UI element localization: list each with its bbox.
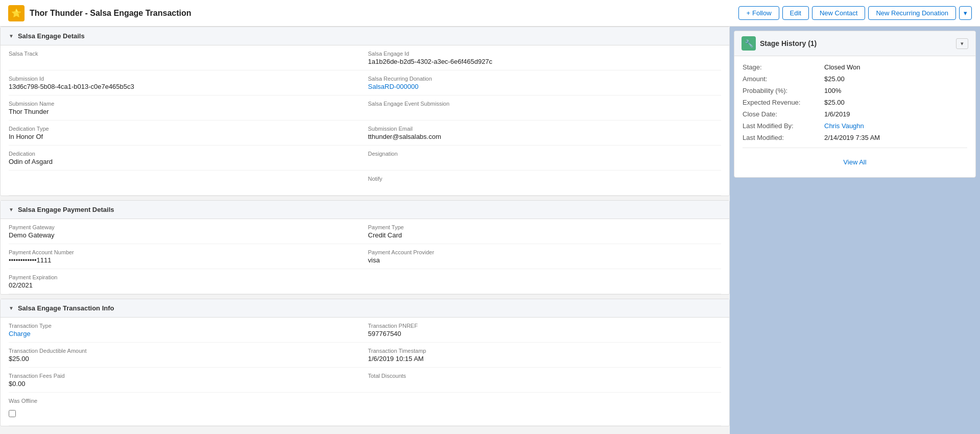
stage-history-title-group: 🔧 Stage History (1): [742, 36, 817, 51]
transaction-info-body: Transaction Type Charge ✏ Transaction PN…: [1, 318, 729, 426]
dedication-field: Dedication Odin of Asgard ✏: [9, 146, 368, 171]
transaction-row-1: Transaction Type Charge ✏ Transaction PN…: [9, 318, 721, 343]
dedication-type-field: Dedication Type In Honor Of ✏: [9, 120, 368, 146]
last-modified-label: Last Modified:: [743, 134, 824, 141]
view-all-container: View All: [743, 154, 967, 170]
last-modified-by-label: Last Modified By:: [743, 122, 824, 130]
last-modified-value: 2/14/2019 7:35 AM: [824, 134, 880, 141]
submission-email-field: Submission Email tthunder@salsalabs.com …: [368, 120, 722, 146]
transaction-timestamp-field: Transaction Timestamp 1/6/2019 10:15 AM …: [368, 343, 722, 368]
salsa-recurring-donation-field: Salsa Recurring Donation SalsaRD-000000 …: [368, 70, 722, 95]
left-panel: ▼ Salsa Engage Details Salsa Track ✏ Sal…: [0, 27, 730, 434]
salsa-engage-details-body: Salsa Track ✏ Salsa Engage Id 1a1b26de-b…: [1, 45, 729, 196]
fields-row-1: Salsa Track ✏ Salsa Engage Id 1a1b26de-b…: [9, 45, 721, 70]
fields-row-6: Notify ✏: [9, 171, 721, 196]
salsa-engage-details-section: ▼ Salsa Engage Details Salsa Track ✏ Sal…: [0, 27, 730, 196]
transaction-row-4: Was Offline: [9, 393, 721, 426]
payment-account-provider-field: Payment Account Provider visa ✏: [368, 244, 722, 269]
salsa-engage-id-field: Salsa Engage Id 1a1b26de-b2d5-4302-a3ec-…: [368, 45, 722, 70]
header-actions: + Follow Edit New Contact New Recurring …: [738, 6, 972, 20]
plus-icon: +: [746, 9, 750, 17]
submission-id-field: Submission Id 13d6c798-5b08-4ca1-b013-c0…: [9, 70, 368, 95]
page-header: ⭐ Thor Thunder - Salsa Engage Transactio…: [0, 0, 980, 27]
payment-row-1: Payment Gateway Demo Gateway ✏ Payment T…: [9, 219, 721, 244]
stage-history-title: Stage History (1): [760, 39, 817, 47]
transaction-toggle-icon: ▼: [9, 305, 14, 311]
transaction-row-2: Transaction Deductible Amount $25.00 ✏ T…: [9, 343, 721, 368]
amount-label: Amount:: [743, 75, 824, 83]
stage-amount-row: Amount: $25.00: [743, 75, 967, 83]
transaction-info-section: ▼ Salsa Engage Transaction Info Transact…: [0, 299, 730, 426]
payment-details-title: Salsa Engage Payment Details: [18, 206, 114, 213]
stage-last-modified-row: Last Modified: 2/14/2019 7:35 AM: [743, 134, 967, 141]
was-offline-checkbox[interactable]: [9, 410, 16, 417]
stage-history-body: Stage: Closed Won Amount: $25.00 Probabi…: [734, 56, 975, 177]
last-modified-by-value[interactable]: Chris Vaughn: [824, 122, 864, 130]
expected-revenue-label: Expected Revenue:: [743, 99, 824, 106]
stage-last-modified-by-row: Last Modified By: Chris Vaughn: [743, 122, 967, 130]
fields-row-2: Submission Id 13d6c798-5b08-4ca1-b013-c0…: [9, 70, 721, 95]
payment-empty-right: [368, 269, 722, 294]
expected-revenue-value: $25.00: [824, 99, 845, 106]
was-offline-field: Was Offline: [9, 393, 368, 426]
transaction-deductible-amount-field: Transaction Deductible Amount $25.00 ✏: [9, 343, 368, 368]
transaction-type-field: Transaction Type Charge ✏: [9, 318, 368, 343]
edit-button[interactable]: Edit: [782, 6, 809, 20]
probability-value: 100%: [824, 87, 841, 94]
stage-divider: [743, 148, 967, 148]
page-title: Thor Thunder - Salsa Engage Transaction: [30, 9, 192, 18]
payment-expiration-field: Payment Expiration 02/2021 ✏: [9, 269, 368, 294]
stage-history-header: 🔧 Stage History (1) ▾: [734, 31, 975, 56]
payment-details-section: ▼ Salsa Engage Payment Details Payment G…: [0, 200, 730, 295]
new-recurring-donation-button[interactable]: New Recurring Donation: [868, 6, 956, 20]
fields-row-3: Submission Name Thor Thunder ✏ Salsa Eng…: [9, 95, 721, 120]
stage-probability-row: Probability (%): 100%: [743, 87, 967, 94]
fields-row-4: Dedication Type In Honor Of ✏ Submission…: [9, 120, 721, 146]
payment-gateway-field: Payment Gateway Demo Gateway ✏: [9, 219, 368, 244]
stage-value: Closed Won: [824, 63, 861, 71]
stage-stage-row: Stage: Closed Won: [743, 63, 967, 71]
close-date-value: 1/6/2019: [824, 110, 850, 118]
submission-name-field: Submission Name Thor Thunder ✏: [9, 95, 368, 120]
salsa-engage-details-title: Salsa Engage Details: [18, 32, 85, 40]
fields-row-5: Dedication Odin of Asgard ✏ Designation …: [9, 146, 721, 171]
close-date-label: Close Date:: [743, 110, 824, 118]
payment-account-number-field: Payment Account Number ••••••••••••1111 …: [9, 244, 368, 269]
more-actions-button[interactable]: ▾: [959, 6, 972, 20]
transaction-fees-paid-field: Transaction Fees Paid $0.00 ✏: [9, 368, 368, 393]
right-panel: 🔧 Stage History (1) ▾ Stage: Closed Won …: [730, 27, 980, 434]
stage-history-dropdown-button[interactable]: ▾: [956, 38, 968, 49]
view-all-link[interactable]: View All: [843, 158, 866, 166]
header-left: ⭐ Thor Thunder - Salsa Engage Transactio…: [8, 5, 192, 21]
stage-label: Stage:: [743, 63, 824, 71]
payment-type-field: Payment Type Credit Card ✏: [368, 219, 722, 244]
total-discounts-field: Total Discounts ✏: [368, 368, 722, 393]
transaction-row4-right: [368, 393, 722, 426]
designation-field: Designation ✏: [368, 146, 722, 171]
new-contact-button[interactable]: New Contact: [812, 6, 865, 20]
transaction-info-title: Salsa Engage Transaction Info: [18, 304, 114, 312]
payment-details-header[interactable]: ▼ Salsa Engage Payment Details: [1, 201, 729, 219]
stage-history-card: 🔧 Stage History (1) ▾ Stage: Closed Won …: [734, 31, 976, 178]
amount-value: $25.00: [824, 75, 845, 83]
salsa-track-field: Salsa Track ✏: [9, 45, 368, 70]
notify-field: Notify ✏: [368, 171, 722, 196]
transaction-info-header[interactable]: ▼ Salsa Engage Transaction Info: [1, 299, 729, 318]
stage-close-date-row: Close Date: 1/6/2019: [743, 110, 967, 118]
salsa-engage-event-field: Salsa Engage Event Submission ✏: [368, 95, 722, 120]
payment-row-3: Payment Expiration 02/2021 ✏: [9, 269, 721, 294]
follow-button[interactable]: + Follow: [738, 6, 779, 20]
stage-icon: 🔧: [742, 36, 756, 51]
was-offline-checkbox-container: [9, 405, 356, 422]
payment-row-2: Payment Account Number ••••••••••••1111 …: [9, 244, 721, 269]
transaction-row-3: Transaction Fees Paid $0.00 ✏ Total Disc…: [9, 368, 721, 393]
payment-toggle-icon: ▼: [9, 207, 14, 212]
transaction-pnref-field: Transaction PNREF 597767540 ✏: [368, 318, 722, 343]
payment-details-body: Payment Gateway Demo Gateway ✏ Payment T…: [1, 219, 729, 294]
probability-label: Probability (%):: [743, 87, 824, 94]
app-icon: ⭐: [8, 5, 25, 21]
stage-expected-revenue-row: Expected Revenue: $25.00: [743, 99, 967, 106]
salsa-engage-details-header[interactable]: ▼ Salsa Engage Details: [1, 27, 729, 45]
empty-field-left: [9, 171, 368, 196]
main-layout: ▼ Salsa Engage Details Salsa Track ✏ Sal…: [0, 27, 980, 434]
